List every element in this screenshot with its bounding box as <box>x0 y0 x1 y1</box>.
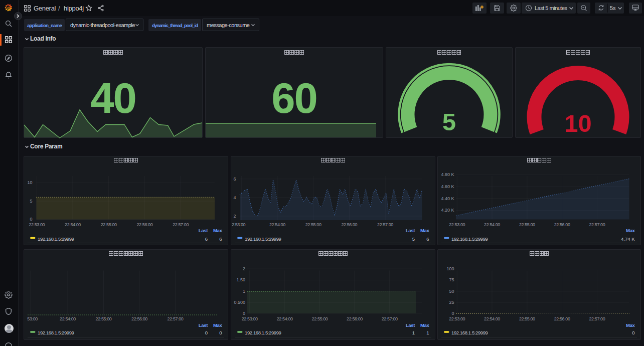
svg-text:53:00: 53:00 <box>27 316 38 321</box>
svg-text:25: 25 <box>449 300 454 305</box>
svg-text:22:53:00: 22:53:00 <box>449 222 465 227</box>
svg-text:22:54:00: 22:54:00 <box>484 316 500 321</box>
svg-text:Max: Max <box>420 228 430 233</box>
svg-text:4.80 K: 4.80 K <box>441 172 454 177</box>
svg-text:2: 2 <box>233 214 236 219</box>
svg-text:6: 6 <box>219 236 222 242</box>
svg-text:1: 1 <box>412 330 415 335</box>
svg-text:6: 6 <box>426 236 429 242</box>
svg-text:22:57:00: 22:57:00 <box>377 222 393 227</box>
svg-text:50: 50 <box>449 289 454 294</box>
svg-text:22:56:00: 22:56:00 <box>341 222 357 227</box>
svg-text:75: 75 <box>449 277 454 282</box>
svg-text:192.168.1.5:29999: 192.168.1.5:29999 <box>38 236 74 242</box>
svg-text:22:56:00: 22:56:00 <box>131 316 147 321</box>
svg-text:4.60 K: 4.60 K <box>441 184 454 189</box>
svg-text:0: 0 <box>205 330 208 335</box>
svg-text:22:56:00: 22:56:00 <box>347 316 363 321</box>
svg-text:Max: Max <box>626 322 635 328</box>
svg-text:4.74 K: 4.74 K <box>621 236 635 242</box>
svg-text:22:57:00: 22:57:00 <box>173 222 189 227</box>
svg-text:Last: Last <box>406 322 415 328</box>
svg-text:22:57:00: 22:57:00 <box>382 316 398 321</box>
svg-text:0: 0 <box>243 311 245 316</box>
svg-text:22:57:00: 22:57:00 <box>168 316 184 321</box>
svg-text:192.168.1.5:29999: 192.168.1.5:29999 <box>38 330 74 335</box>
svg-text:22:56:00: 22:56:00 <box>136 222 152 227</box>
svg-text:22:56:00: 22:56:00 <box>554 222 570 227</box>
svg-text:Last: Last <box>199 322 208 328</box>
svg-text:5: 5 <box>30 199 32 204</box>
svg-text:6: 6 <box>233 177 236 182</box>
svg-text:22:55:00: 22:55:00 <box>519 222 535 227</box>
svg-text:22:55:00: 22:55:00 <box>305 222 321 227</box>
svg-text:22:55:00: 22:55:00 <box>519 316 535 321</box>
svg-text:22:54:00: 22:54:00 <box>65 222 81 227</box>
svg-text:22:55:00: 22:55:00 <box>96 316 112 321</box>
svg-text:22:54:00: 22:54:00 <box>484 222 500 227</box>
svg-text:Last: Last <box>199 228 208 233</box>
svg-text:Max: Max <box>420 322 430 328</box>
svg-text:5: 5 <box>442 108 456 135</box>
svg-text:22:57:00: 22:57:00 <box>589 316 605 321</box>
svg-text:22:55:00: 22:55:00 <box>101 222 117 227</box>
svg-text:22:55:00: 22:55:00 <box>312 316 328 321</box>
svg-text:192.168.1.5:29999: 192.168.1.5:29999 <box>245 330 281 335</box>
svg-text:Max: Max <box>213 228 223 233</box>
svg-text:0: 0 <box>30 217 32 222</box>
svg-text:0: 0 <box>451 311 454 316</box>
svg-text:22:54:00: 22:54:00 <box>60 316 76 321</box>
svg-text:6: 6 <box>205 236 208 242</box>
svg-text:4.20 K: 4.20 K <box>441 208 454 213</box>
svg-text:2:53:00: 2:53:00 <box>232 222 246 227</box>
svg-text:192.168.1.5:29999: 192.168.1.5:29999 <box>451 330 488 335</box>
svg-text:100: 100 <box>446 266 454 271</box>
svg-text:Last: Last <box>406 228 415 233</box>
svg-text:10: 10 <box>27 180 32 185</box>
svg-text:22:54:00: 22:54:00 <box>269 222 285 227</box>
svg-text:22:56:00: 22:56:00 <box>554 316 570 321</box>
svg-text:Max: Max <box>626 228 635 233</box>
svg-text:1: 1 <box>243 289 245 294</box>
svg-text:1.50: 1.50 <box>236 277 245 282</box>
svg-text:Max: Max <box>213 322 223 328</box>
svg-text:192.168.1.5:29999: 192.168.1.5:29999 <box>245 236 281 242</box>
svg-text:22:53:00: 22:53:00 <box>29 222 45 227</box>
svg-text:4.40 K: 4.40 K <box>441 196 454 201</box>
svg-text:22:53:00: 22:53:00 <box>449 316 465 321</box>
svg-text:4: 4 <box>233 195 236 200</box>
svg-text:22:53:00: 22:53:00 <box>242 316 258 321</box>
svg-text:0.500: 0.500 <box>234 300 245 305</box>
svg-text:0: 0 <box>632 330 634 335</box>
svg-text:0: 0 <box>219 330 222 335</box>
svg-text:22:57:00: 22:57:00 <box>589 222 605 227</box>
svg-text:2: 2 <box>243 266 245 271</box>
svg-text:5: 5 <box>412 236 415 242</box>
svg-text:192.168.1.5:29999: 192.168.1.5:29999 <box>451 236 488 242</box>
svg-text:1: 1 <box>426 330 429 335</box>
svg-text:22:54:00: 22:54:00 <box>277 316 293 321</box>
svg-text:10: 10 <box>564 110 592 137</box>
